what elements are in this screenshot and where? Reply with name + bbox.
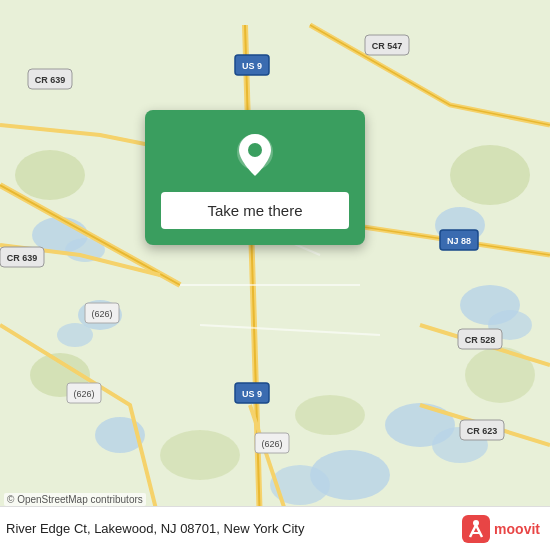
svg-point-14 bbox=[450, 145, 530, 205]
address-text: River Edge Ct, Lakewood, NJ 08701, New Y… bbox=[6, 521, 304, 536]
location-card: Take me there bbox=[145, 110, 365, 245]
svg-point-42 bbox=[248, 143, 262, 157]
svg-text:(626): (626) bbox=[261, 439, 282, 449]
osm-attribution: © OpenStreetMap contributors bbox=[4, 493, 146, 506]
svg-point-17 bbox=[160, 430, 240, 480]
svg-text:NJ 88: NJ 88 bbox=[447, 236, 471, 246]
map-container: CR 639 CR 639 US 9 CR 547 NJ 88 CR 528 C… bbox=[0, 0, 550, 550]
svg-text:CR 528: CR 528 bbox=[465, 335, 496, 345]
take-me-there-button[interactable]: Take me there bbox=[161, 192, 349, 229]
moovit-text: moovit bbox=[494, 521, 540, 537]
svg-text:CR 623: CR 623 bbox=[467, 426, 498, 436]
moovit-logo: moovit bbox=[462, 515, 540, 543]
svg-text:US 9: US 9 bbox=[242, 389, 262, 399]
svg-rect-43 bbox=[462, 515, 490, 543]
svg-text:US 9: US 9 bbox=[242, 61, 262, 71]
svg-point-13 bbox=[15, 150, 85, 200]
map-background: CR 639 CR 639 US 9 CR 547 NJ 88 CR 528 C… bbox=[0, 0, 550, 550]
bottom-bar: River Edge Ct, Lakewood, NJ 08701, New Y… bbox=[0, 506, 550, 550]
svg-text:(626): (626) bbox=[91, 309, 112, 319]
pin-icon bbox=[229, 130, 281, 182]
svg-text:CR 639: CR 639 bbox=[35, 75, 66, 85]
svg-point-4 bbox=[57, 323, 93, 347]
moovit-logo-icon bbox=[462, 515, 490, 543]
svg-text:CR 639: CR 639 bbox=[7, 253, 38, 263]
svg-point-18 bbox=[295, 395, 365, 435]
svg-point-11 bbox=[270, 465, 330, 505]
svg-text:CR 547: CR 547 bbox=[372, 41, 403, 51]
svg-text:(626): (626) bbox=[73, 389, 94, 399]
